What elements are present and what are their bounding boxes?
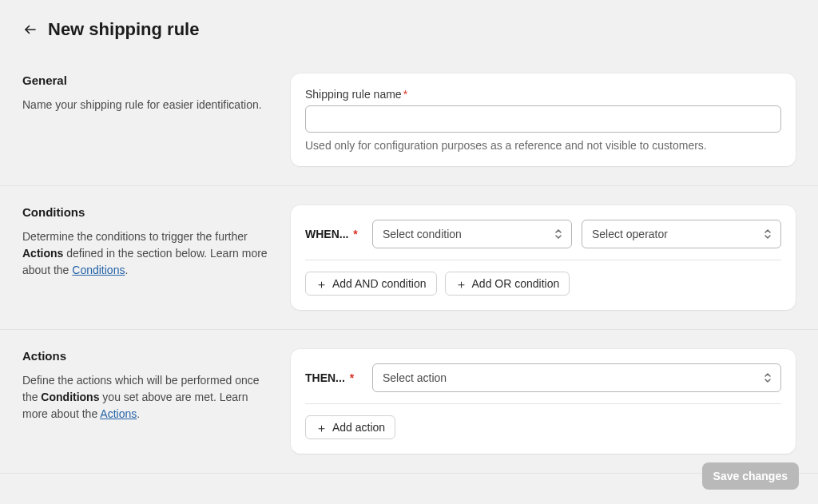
add-action-button[interactable]: ＋ Add action <box>305 415 395 439</box>
plus-icon: ＋ <box>316 278 328 290</box>
section-title-general: General <box>22 73 272 87</box>
shipping-rule-name-hint: Used only for configuration purposes as … <box>305 139 781 152</box>
actions-doc-link[interactable]: Actions <box>100 407 137 420</box>
conditions-doc-link[interactable]: Conditions <box>72 264 125 276</box>
section-desc-conditions: Determine the conditions to trigger the … <box>22 228 272 279</box>
then-label: THEN... * <box>305 371 363 384</box>
section-actions: Actions Define the actions which will be… <box>0 330 818 474</box>
back-arrow[interactable] <box>22 22 38 38</box>
page-title: New shipping rule <box>48 19 199 40</box>
section-conditions: Conditions Determine the conditions to t… <box>0 186 818 330</box>
section-general: General Name your shipping rule for easi… <box>0 54 818 186</box>
save-changes-button[interactable]: Save changes <box>702 462 799 490</box>
add-and-condition-button[interactable]: ＋ Add AND condition <box>305 272 437 296</box>
select-action[interactable]: Select action <box>372 363 781 392</box>
section-desc-actions: Define the actions which will be perform… <box>22 372 272 423</box>
shipping-rule-name-label: Shipping rule name* <box>305 88 781 101</box>
when-label: WHEN... * <box>305 228 363 240</box>
chevrons-icon <box>763 371 772 384</box>
shipping-rule-name-input[interactable] <box>305 105 781 133</box>
add-or-condition-button[interactable]: ＋ Add OR condition <box>445 272 570 296</box>
plus-icon: ＋ <box>316 422 328 434</box>
plus-icon: ＋ <box>455 278 467 290</box>
section-title-conditions: Conditions <box>22 205 272 219</box>
section-title-actions: Actions <box>22 349 272 363</box>
select-operator[interactable]: Select operator <box>582 220 781 248</box>
select-condition[interactable]: Select condition <box>372 220 572 248</box>
chevrons-icon <box>554 228 563 240</box>
chevrons-icon <box>763 228 772 240</box>
section-desc-general: Name your shipping rule for easier ident… <box>22 97 272 113</box>
